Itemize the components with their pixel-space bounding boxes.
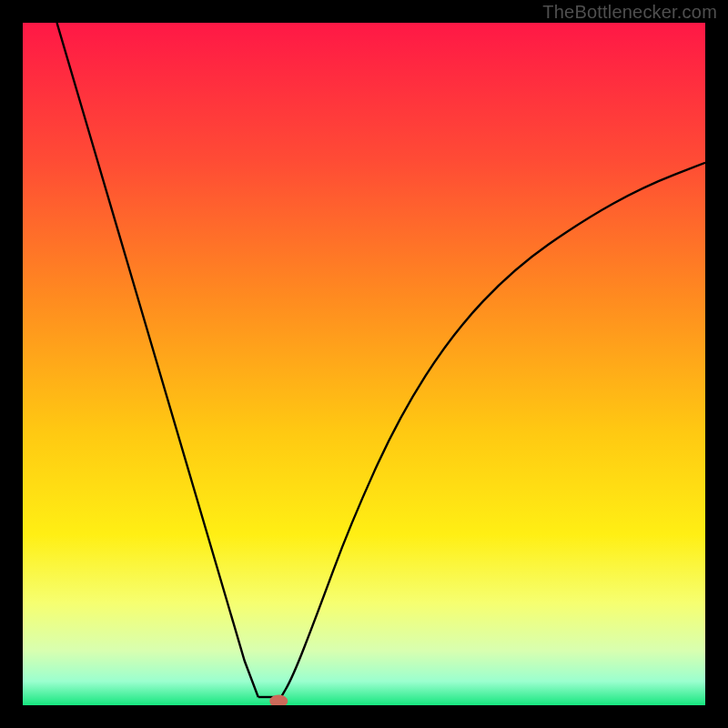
chart-svg (23, 23, 705, 705)
attribution-label: TheBottlenecker.com (542, 2, 717, 23)
chart-frame: TheBottlenecker.com (0, 0, 728, 728)
plot-area (23, 23, 705, 705)
gradient-background (23, 23, 705, 705)
